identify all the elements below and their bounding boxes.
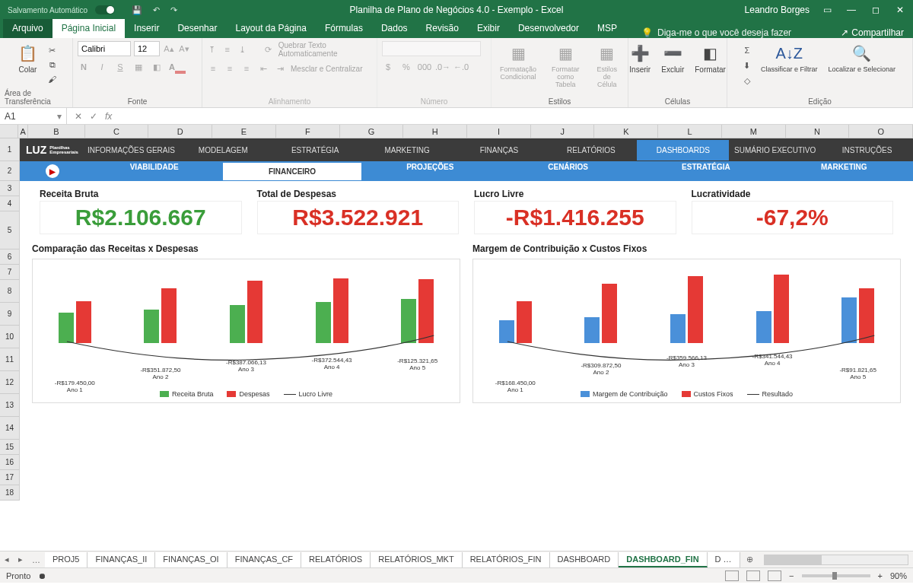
zoom-slider[interactable] bbox=[802, 574, 870, 577]
dash-nav-item[interactable]: ESTRATÉGIA bbox=[269, 140, 361, 161]
decrease-font-icon[interactable]: A▾ bbox=[178, 43, 190, 55]
play-icon[interactable]: ▶ bbox=[46, 164, 59, 178]
dash-nav-item[interactable]: FINANÇAS bbox=[453, 140, 546, 161]
merge-center-button[interactable]: Mesclar e Centralizar bbox=[291, 65, 362, 73]
sheet-tab[interactable]: RELATÓRIOS_FIN bbox=[463, 552, 550, 567]
select-all-corner[interactable] bbox=[0, 125, 18, 138]
share-button[interactable]: ↗ Compartilhar bbox=[841, 27, 913, 38]
dash-nav-item[interactable]: DASHBOARDS bbox=[637, 140, 729, 161]
bold-icon[interactable]: N bbox=[78, 61, 90, 73]
format-painter-icon[interactable]: 🖌 bbox=[46, 73, 59, 85]
col-header[interactable]: J bbox=[531, 125, 595, 138]
zoom-in-icon[interactable]: + bbox=[878, 571, 883, 580]
dash-subnav-item[interactable]: CENÁRIOS bbox=[499, 163, 637, 180]
tab-msp[interactable]: MSP bbox=[588, 19, 626, 38]
sheet-tab[interactable]: RELATÓRIOS bbox=[301, 552, 371, 567]
row-header[interactable]: 1 bbox=[0, 138, 20, 161]
tab-fórmulas[interactable]: Fórmulas bbox=[316, 19, 372, 38]
col-header[interactable]: N bbox=[786, 125, 850, 138]
chart-plot-area[interactable]: -R$168.450,00Ano 1-R$309.872,50Ano 2-R$3… bbox=[472, 259, 901, 403]
col-header[interactable]: H bbox=[403, 125, 467, 138]
font-size-input[interactable] bbox=[134, 41, 160, 56]
save-icon[interactable]: 💾 bbox=[132, 5, 142, 15]
orientation-icon[interactable]: ⟳ bbox=[263, 43, 274, 56]
dash-subnav-item[interactable]: VIABILIDADE bbox=[85, 163, 223, 180]
percent-icon[interactable]: % bbox=[400, 61, 412, 73]
increase-font-icon[interactable]: A▴ bbox=[163, 43, 175, 55]
align-center-icon[interactable]: ≡ bbox=[224, 62, 236, 75]
delete-cells-button[interactable]: ➖Excluir bbox=[658, 41, 687, 75]
align-left-icon[interactable]: ≡ bbox=[207, 62, 219, 75]
zoom-out-icon[interactable]: − bbox=[789, 571, 794, 580]
underline-icon[interactable]: S bbox=[114, 61, 126, 73]
dash-nav-item[interactable]: RELATÓRIOS bbox=[545, 140, 637, 161]
sheet-nav-prev[interactable]: ◂ bbox=[0, 555, 14, 564]
row-header[interactable]: 10 bbox=[0, 326, 20, 348]
decrease-decimal-icon[interactable]: ←.0 bbox=[455, 61, 467, 73]
row-header[interactable]: 15 bbox=[0, 440, 20, 455]
paste-button[interactable]: 📋 Colar bbox=[14, 41, 42, 75]
dash-subnav-item[interactable]: PROJEÇÕES bbox=[361, 163, 499, 180]
insert-cells-button[interactable]: ➕Inserir bbox=[626, 41, 654, 75]
conditional-formatting-button[interactable]: ▦Formatação Condicional bbox=[496, 41, 540, 82]
sheet-tab[interactable]: FINANÇAS_OI bbox=[155, 552, 227, 567]
cut-icon[interactable]: ✂ bbox=[46, 44, 59, 56]
font-name-input[interactable] bbox=[78, 41, 131, 56]
row-header[interactable]: 17 bbox=[0, 470, 20, 485]
dash-nav-item[interactable]: MODELAGEM bbox=[177, 140, 269, 161]
col-header[interactable]: L bbox=[658, 125, 722, 138]
macro-record-icon[interactable]: ⏺ bbox=[38, 571, 46, 580]
row-header[interactable]: 4 bbox=[0, 196, 20, 211]
tell-me[interactable]: 💡 Diga-me o que você deseja fazer bbox=[641, 27, 791, 38]
autosum-icon[interactable]: Σ bbox=[741, 44, 753, 56]
worksheet-grid[interactable]: ABCDEFGHIJKLMNO 123456789101112131415161… bbox=[0, 125, 913, 551]
sheet-tab[interactable]: DASHBOARD bbox=[550, 552, 619, 567]
col-header[interactable]: C bbox=[85, 125, 149, 138]
dash-subnav-item[interactable]: ESTRATÉGIA bbox=[637, 163, 775, 180]
row-header[interactable]: 3 bbox=[0, 181, 20, 196]
sheet-nav-next[interactable]: ▸ bbox=[14, 555, 27, 564]
autosave-toggle[interactable] bbox=[95, 5, 115, 14]
tab-dados[interactable]: Dados bbox=[372, 19, 417, 38]
row-header[interactable]: 6 bbox=[0, 250, 20, 265]
format-cells-button[interactable]: ◧Formatar bbox=[692, 41, 729, 75]
sheet-tab[interactable]: RELATÓRIOS_MKT bbox=[371, 552, 462, 567]
sheet-tab[interactable]: PROJ5 bbox=[45, 552, 87, 567]
dash-nav-item[interactable]: INFORMAÇÕES GERAIS bbox=[85, 140, 177, 161]
wrap-text-button[interactable]: Quebrar Texto Automaticamente bbox=[278, 41, 372, 58]
dash-nav-item[interactable]: MARKETING bbox=[361, 140, 453, 161]
sheet-tab[interactable]: DASHBOARD_FIN bbox=[619, 552, 707, 567]
col-header[interactable]: F bbox=[276, 125, 340, 138]
new-sheet-button[interactable]: ⊕ bbox=[740, 555, 759, 564]
col-header[interactable]: K bbox=[594, 125, 658, 138]
sheet-nav-more[interactable]: … bbox=[27, 555, 45, 564]
fill-color-icon[interactable]: ◧ bbox=[151, 61, 163, 73]
row-header[interactable]: 18 bbox=[0, 485, 20, 501]
increase-decimal-icon[interactable]: .0→ bbox=[437, 61, 449, 73]
italic-icon[interactable]: I bbox=[96, 61, 108, 73]
tab-file[interactable]: Arquivo bbox=[3, 19, 52, 38]
horizontal-scrollbar[interactable] bbox=[764, 555, 908, 565]
row-header[interactable]: 8 bbox=[0, 280, 20, 303]
fill-icon[interactable]: ⬇ bbox=[741, 59, 753, 72]
dash-nav-item[interactable]: SUMÁRIO EXECUTIVO bbox=[729, 140, 821, 161]
undo-icon[interactable]: ↶ bbox=[153, 5, 160, 15]
tab-desenhar[interactable]: Desenhar bbox=[168, 19, 226, 38]
ribbon-options-icon[interactable]: ▭ bbox=[820, 5, 834, 15]
format-as-table-button[interactable]: ▦Formatar como Tabela bbox=[545, 41, 586, 90]
row-header[interactable]: 11 bbox=[0, 348, 20, 371]
sheet-tab[interactable]: D … bbox=[708, 552, 740, 567]
maximize-icon[interactable]: ◻ bbox=[869, 5, 883, 15]
dash-nav-item[interactable]: INSTRUÇÕES bbox=[821, 140, 913, 161]
sheet-tab[interactable]: FINANÇAS_II bbox=[87, 552, 155, 567]
page-layout-view-icon[interactable] bbox=[746, 571, 760, 581]
currency-icon[interactable]: $ bbox=[382, 61, 394, 73]
align-top-icon[interactable]: ⤒ bbox=[207, 43, 218, 56]
col-header[interactable]: G bbox=[340, 125, 404, 138]
col-header[interactable]: D bbox=[148, 125, 212, 138]
fx-icon[interactable]: fx bbox=[105, 111, 112, 122]
chart-plot-area[interactable]: -R$179.450,00Ano 1-R$351.872,50Ano 2-R$3… bbox=[32, 259, 460, 403]
name-box[interactable]: A1▾ bbox=[0, 108, 67, 124]
col-header[interactable]: B bbox=[28, 125, 84, 138]
row-header[interactable]: 9 bbox=[0, 303, 20, 326]
